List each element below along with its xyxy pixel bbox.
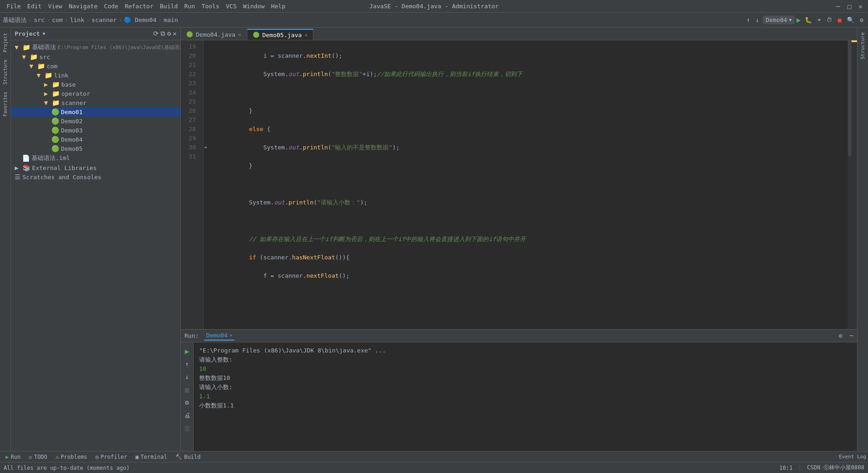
structure-icon[interactable]: Structure xyxy=(2,58,9,86)
menu-edit[interactable]: Edit xyxy=(24,2,44,11)
run-print-btn[interactable]: 🖨 xyxy=(182,410,192,420)
breadcrumb-item-0[interactable]: 基础语法 xyxy=(3,16,27,24)
run-tab-close[interactable]: ✕ xyxy=(229,332,233,338)
right-structure-tab[interactable]: Structure xyxy=(859,29,867,62)
run-tab-demo04[interactable]: Demo04 ✕ xyxy=(204,331,234,341)
ln-27: 27 xyxy=(181,116,200,125)
maximize-button[interactable]: □ xyxy=(846,3,853,10)
tree-base[interactable]: ▶ 📁 base xyxy=(11,80,180,89)
tree-src[interactable]: ▼ 📁 src xyxy=(11,52,180,61)
menu-run[interactable]: Run xyxy=(182,2,198,11)
bbar-terminal[interactable]: ▣ Terminal xyxy=(132,453,171,461)
run-config-selector[interactable]: Demo04 ▼ xyxy=(763,16,795,24)
tree-demo01[interactable]: 🟢 Demo01 xyxy=(11,107,180,116)
menu-code[interactable]: Code xyxy=(101,2,121,11)
tree-scanner[interactable]: ▼ 📁 scanner xyxy=(11,98,180,107)
run-panel-settings[interactable]: ⚙ xyxy=(839,332,842,339)
menu-help[interactable]: Help xyxy=(268,2,288,11)
run-output-line-1: 请输入整数: xyxy=(199,355,851,364)
run-settings-btn[interactable]: ⚙ xyxy=(182,397,192,407)
run-scroll-up[interactable]: ↑ xyxy=(182,359,192,369)
sync-icon[interactable]: ⟳ xyxy=(153,30,159,38)
tab-demo05-close[interactable]: ✕ xyxy=(305,32,308,38)
gutter-27 xyxy=(204,116,213,125)
tab-demo04[interactable]: 🟢 Demo04.java ✕ xyxy=(181,29,247,40)
run-output-input-1: 10 xyxy=(199,364,851,374)
profile-button[interactable]: ⏱ xyxy=(824,16,834,24)
demo03-label: Demo03 xyxy=(61,127,83,134)
code-line-22: } xyxy=(220,106,848,116)
right-side-panel: Structure xyxy=(857,28,868,462)
menu-tools[interactable]: Tools xyxy=(199,2,222,11)
bbar-todo[interactable]: ☑ TODO xyxy=(25,453,51,461)
menu-build[interactable]: Build xyxy=(157,2,181,11)
tree-external-libs[interactable]: ▶ 📚 External Libraries xyxy=(11,163,180,172)
breadcrumb-item-1[interactable]: src xyxy=(34,16,45,23)
tree-demo02[interactable]: 🟢 Demo02 xyxy=(11,116,180,126)
scanner-folder-icon: ▼ 📁 xyxy=(44,99,60,106)
minimize-button[interactable]: ─ xyxy=(835,3,842,10)
code-content[interactable]: i = scanner.nextInt(); System.out.printl… xyxy=(213,40,848,329)
menu-file[interactable]: File xyxy=(4,2,23,11)
close-button[interactable]: ✕ xyxy=(857,3,864,10)
gutter-26 xyxy=(204,106,213,116)
bbar-build[interactable]: 🔨 Build xyxy=(172,453,204,461)
demo05-label: Demo05 xyxy=(61,145,83,152)
code-line-19: i = scanner.nextInt(); xyxy=(220,51,848,60)
bottom-bar: ▶ Run ☑ TODO ⚠ Problems ◎ Profiler ▣ Ter… xyxy=(0,451,868,462)
breadcrumb-item-demo04[interactable]: 🔵 Demo04 xyxy=(124,16,156,23)
vcs-push-button[interactable]: ↓ xyxy=(754,16,761,24)
tree-com[interactable]: ▼ 📁 com xyxy=(11,61,180,71)
run-tab-label: Demo04 xyxy=(206,332,228,339)
close-panel-icon[interactable]: ✕ xyxy=(173,30,177,38)
project-icon[interactable]: Project xyxy=(2,31,9,54)
menu-view[interactable]: View xyxy=(45,2,65,11)
status-right: 10:1 | CSDN ⓒ林中小屋0808 xyxy=(779,464,864,472)
event-log-link[interactable]: Event Log xyxy=(839,454,866,460)
run-stop-button[interactable]: ■ xyxy=(182,385,192,395)
menu-vcs[interactable]: VCS xyxy=(223,2,239,11)
run-restart-button[interactable]: ▶ xyxy=(182,346,192,356)
search-button[interactable]: 🔍 xyxy=(845,16,856,24)
debug-button[interactable]: 🐛 xyxy=(803,16,814,24)
run-panel-minimize[interactable]: ─ xyxy=(850,332,853,339)
run-clear-btn[interactable]: 🗑 xyxy=(182,423,192,433)
run-button[interactable]: ▶ xyxy=(796,16,801,24)
tree-operator[interactable]: ▶ 📁 operator xyxy=(11,89,180,98)
bbar-run[interactable]: ▶ Run xyxy=(2,453,24,461)
tree-demo05[interactable]: 🟢 Demo05 xyxy=(11,144,180,153)
vcs-update-button[interactable]: ↑ xyxy=(745,16,752,24)
tab-demo04-close[interactable]: ✕ xyxy=(238,32,241,38)
coverage-button[interactable]: ☂ xyxy=(816,16,823,24)
breadcrumb-item-main[interactable]: main xyxy=(164,16,178,23)
tree-demo03[interactable]: 🟢 Demo03 xyxy=(11,126,180,135)
tab-demo05[interactable]: 🟢 Demo05.java ✕ xyxy=(247,29,314,40)
collapse-all-icon[interactable]: ⧉ xyxy=(161,30,165,38)
tree-scratches[interactable]: ☰ Scratches and Consoles xyxy=(11,172,180,182)
stop-button[interactable]: ■ xyxy=(836,16,843,24)
tree-iml[interactable]: 📄 基础语法.iml xyxy=(11,153,180,163)
menu-navigate[interactable]: Navigate xyxy=(66,2,100,11)
root-path: E:\Program Files (x86)\java\JavaSE\基础语法 xyxy=(58,44,180,51)
settings-button[interactable]: ⚙ xyxy=(858,16,865,24)
bbar-problems[interactable]: ⚠ Problems xyxy=(52,453,91,461)
breadcrumb-item-4[interactable]: scanner xyxy=(92,16,117,23)
menu-refactor[interactable]: Refactor xyxy=(122,2,156,11)
run-scroll-down[interactable]: ↓ xyxy=(182,372,192,382)
editor-tabs: 🟢 Demo04.java ✕ 🟢 Demo05.java ✕ xyxy=(181,28,857,40)
bbar-profiler[interactable]: ◎ Profiler xyxy=(92,453,131,461)
project-dropdown-arrow[interactable]: ▼ xyxy=(43,31,45,36)
tree-link[interactable]: ▼ 📁 link xyxy=(11,71,180,80)
tree-demo04[interactable]: 🟢 Demo04 xyxy=(11,135,180,144)
breadcrumb-item-3[interactable]: link xyxy=(70,16,84,23)
status-position[interactable]: 10:1 xyxy=(779,465,793,471)
breadcrumb-item-2[interactable]: com xyxy=(52,16,62,23)
favorites-icon[interactable]: Favorites xyxy=(2,90,9,118)
scanner-label: scanner xyxy=(61,99,87,106)
code-line-26 xyxy=(220,180,848,189)
status-line-sep: | xyxy=(798,465,801,471)
menu-window[interactable]: Window xyxy=(240,2,267,11)
demo01-java-icon: 🟢 xyxy=(51,108,59,116)
tree-root[interactable]: ▼ 📁 基础语法 E:\Program Files (x86)\java\Jav… xyxy=(11,42,180,52)
settings-icon[interactable]: ⚙ xyxy=(167,30,171,38)
